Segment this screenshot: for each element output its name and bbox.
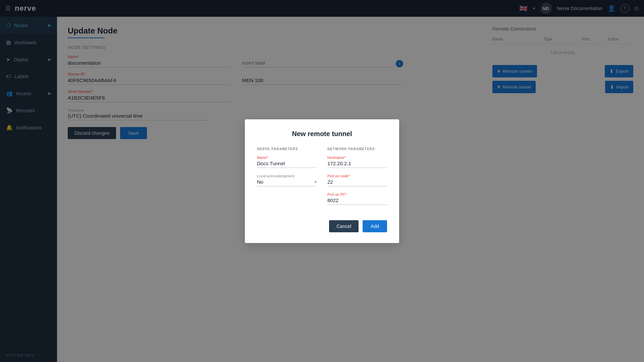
local-ack-select[interactable]: No Yes xyxy=(257,179,317,186)
modal-local-ack-field: Local acknowledgment No Yes xyxy=(257,174,317,186)
modal-title: New remote tunnel xyxy=(257,130,387,138)
modal-hostname-input[interactable] xyxy=(327,161,387,168)
add-button[interactable]: Add xyxy=(363,220,387,232)
modal-port-on-pc-input[interactable] xyxy=(327,197,387,205)
modal-sections: NERVE PARAMETERS Name* Local acknowledgm… xyxy=(257,147,387,211)
modal-new-remote-tunnel: New remote tunnel NERVE PARAMETERS Name*… xyxy=(245,119,399,243)
modal-name-label: Name* xyxy=(257,156,317,160)
modal-hostname-field: Hostname* xyxy=(327,156,387,168)
modal-port-on-node-field: Port on node* xyxy=(327,174,387,186)
cancel-button[interactable]: Cancel xyxy=(329,220,359,232)
local-ack-select-wrapper: No Yes xyxy=(257,179,317,186)
modal-overlay: New remote tunnel NERVE PARAMETERS Name*… xyxy=(0,0,644,362)
modal-name-field: Name* xyxy=(257,156,317,168)
modal-port-on-pc-field: Port on PC* xyxy=(327,192,387,205)
modal-name-input[interactable] xyxy=(257,161,317,168)
network-params-section: NETWORK PARAMETERS Hostname* Port on nod… xyxy=(327,147,387,211)
network-params-label: NETWORK PARAMETERS xyxy=(327,147,387,151)
modal-hostname-label: Hostname* xyxy=(327,156,387,160)
nerve-params-section: NERVE PARAMETERS Name* Local acknowledgm… xyxy=(257,147,317,211)
modal-port-on-node-label: Port on node* xyxy=(327,174,387,178)
nerve-params-label: NERVE PARAMETERS xyxy=(257,147,317,151)
modal-port-on-node-input[interactable] xyxy=(327,179,387,186)
modal-footer: Cancel Add xyxy=(257,220,387,232)
modal-port-on-pc-label: Port on PC* xyxy=(327,192,387,196)
modal-local-ack-label: Local acknowledgment xyxy=(257,174,317,178)
